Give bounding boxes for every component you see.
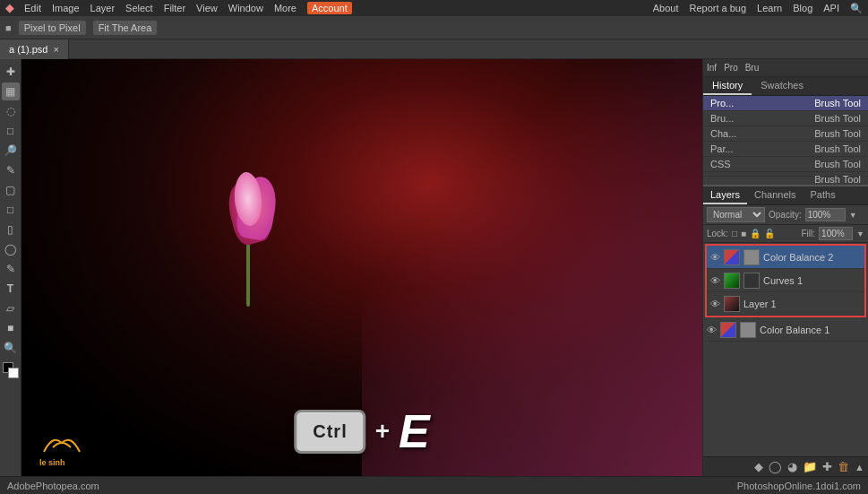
lock-image-icon[interactable]: ■ (741, 229, 746, 238)
menu-window[interactable]: Window (228, 3, 263, 13)
hand-tool-icon[interactable]: ■ (2, 319, 20, 337)
layer-item-curves-1[interactable]: 👁 Curves 1 (707, 269, 864, 292)
tab-layers[interactable]: Layers (703, 186, 747, 204)
crop-tool-icon[interactable]: □ (2, 122, 20, 140)
history-list: Pro... Brush Tool Bru... Brush Tool Cha.… (703, 96, 868, 177)
plus-symbol: + (375, 417, 390, 446)
fill-input[interactable] (819, 227, 853, 240)
menu-about[interactable]: About (653, 3, 679, 14)
layers-panel-tabs: Layers Channels Paths (703, 186, 868, 205)
history-item[interactable]: CSS Brush Tool (703, 157, 868, 172)
tab-channels[interactable]: Channels (747, 186, 803, 204)
fit-area-btn[interactable]: Fit The Area (93, 21, 158, 35)
brush-tool-icon[interactable]: ✎ (2, 161, 20, 179)
text-tool-icon[interactable]: T (2, 280, 20, 298)
foreground-color[interactable] (3, 362, 19, 378)
toolbar-bar: ■ Pixel to Pixel Fit The Area (0, 16, 868, 39)
layer-thumbnail-color-balance-2 (724, 249, 740, 265)
menu-filter[interactable]: Filter (164, 3, 185, 13)
tab-history[interactable]: History (703, 77, 752, 95)
eraser-tool-icon[interactable]: □ (2, 201, 20, 219)
app-logo: ◆ (5, 2, 13, 14)
new-layer-icon[interactable]: ✚ (822, 460, 832, 473)
layer-visibility-icon[interactable]: 👁 (710, 299, 720, 309)
layer-item-color-balance-1[interactable]: 👁 Color Balance 1 (703, 318, 868, 342)
panel-icons-row: Inf Pro Bru (703, 59, 868, 77)
zoom-tool-icon[interactable]: 🔍 (2, 339, 20, 357)
history-item[interactable]: Par... Brush Tool (703, 142, 868, 157)
layer-name-layer-1: Layer 1 (743, 299, 861, 309)
menu-more[interactable]: More (274, 3, 296, 13)
lock-row: Lock: □ ■ 🔒 🔓 Fill: ▼ (703, 225, 868, 243)
layers-panel: Layers Channels Paths Normal Opacity: ▼ … (703, 185, 868, 476)
move-tool-icon[interactable]: ✚ (2, 63, 20, 81)
fill-dropdown-icon[interactable]: ▼ (856, 230, 864, 238)
search-icon[interactable]: 🔍 (850, 3, 863, 14)
tab-paths[interactable]: Paths (804, 186, 843, 204)
delete-layer-icon[interactable]: 🗑 (838, 460, 849, 473)
history-item[interactable]: Brush Tool (703, 172, 868, 177)
select-tool-icon[interactable]: ▦ (2, 82, 20, 100)
menu-left: ◆ Edit Image Layer Select Filter View Wi… (5, 2, 352, 14)
menu-blog[interactable]: Blog (793, 3, 812, 14)
watermark-text: le sinh (39, 458, 84, 467)
menu-api[interactable]: API (823, 3, 839, 14)
opacity-label: Opacity: (769, 210, 802, 220)
panel-scroll-up-icon[interactable]: ▲ (855, 462, 864, 472)
tab-file[interactable]: a (1).psd × (0, 39, 69, 59)
history-item-label: Pro... (710, 98, 734, 108)
lock-position-icon[interactable]: 🔒 (750, 229, 761, 238)
layer-mask-curves-1 (743, 273, 760, 289)
watermark: le sinh (39, 429, 84, 467)
add-layer-style-icon[interactable]: ◆ (754, 460, 763, 473)
pixel-to-pixel-btn[interactable]: Pixel to Pixel (19, 21, 86, 35)
menu-image[interactable]: Image (52, 3, 80, 13)
layer-visibility-icon[interactable]: 👁 (710, 252, 720, 263)
history-panel-tabs: History Swatches (703, 77, 868, 96)
menu-view[interactable]: View (196, 3, 218, 13)
layers-bottom-bar: ◆ ◯ ◕ 📁 ✚ 🗑 ▲ (703, 456, 868, 476)
layer-thumbnail-layer-1 (724, 296, 740, 312)
menu-edit[interactable]: Edit (24, 3, 41, 13)
history-item-label: Par... (710, 143, 734, 154)
menu-report[interactable]: Report a bug (689, 3, 746, 14)
add-mask-icon[interactable]: ◯ (769, 460, 782, 473)
history-item[interactable]: Cha... Brush Tool (703, 126, 868, 142)
shape-tool-icon[interactable]: ▱ (2, 299, 20, 317)
dodge-tool-icon[interactable]: ◯ (2, 240, 20, 258)
layer-thumbnail-curves-1 (724, 273, 740, 289)
lasso-tool-icon[interactable]: ◌ (2, 102, 20, 120)
menu-learn[interactable]: Learn (757, 3, 782, 14)
lock-all-icon[interactable]: 🔓 (764, 229, 775, 238)
opacity-input[interactable] (805, 208, 846, 221)
layer-visibility-icon[interactable]: 👁 (710, 275, 720, 286)
gradient-tool-icon[interactable]: ▯ (2, 221, 20, 238)
history-item-action: Brush Tool (814, 113, 861, 124)
menu-account[interactable]: Account (307, 2, 352, 14)
blend-mode-select[interactable]: Normal (707, 207, 765, 222)
layers-controls: Normal Opacity: ▼ (703, 205, 868, 225)
layer-item-color-balance-2[interactable]: 👁 Color Balance 2 (707, 246, 864, 269)
menu-right: About Report a bug Learn Blog API 🔍 (653, 3, 863, 14)
new-group-icon[interactable]: 📁 (803, 460, 817, 473)
tab-swatches[interactable]: Swatches (752, 77, 812, 95)
eyedropper-tool-icon[interactable]: 🔎 (2, 142, 20, 160)
pen-tool-icon[interactable]: ✎ (2, 260, 20, 278)
history-item-action: Brush Tool (814, 128, 861, 139)
history-item-action: Brush Tool (814, 143, 861, 154)
lock-transparency-icon[interactable]: □ (732, 229, 737, 238)
inf-icon: Inf (707, 63, 717, 73)
new-adjustment-icon[interactable]: ◕ (787, 460, 797, 473)
history-item[interactable]: Pro... Brush Tool (703, 96, 868, 111)
history-item[interactable]: Bru... Brush Tool (703, 111, 868, 126)
layer-visibility-icon[interactable]: 👁 (707, 325, 717, 335)
menu-layer[interactable]: Layer (90, 3, 116, 13)
lock-label: Lock: (707, 229, 728, 238)
layer-item-layer-1[interactable]: 👁 Layer 1 (707, 292, 864, 316)
opacity-dropdown-icon[interactable]: ▼ (849, 211, 857, 220)
tab-close-btn[interactable]: × (53, 44, 58, 55)
menu-select[interactable]: Select (125, 3, 153, 13)
status-right: PhotoshopOnline.1doi1.com (737, 481, 861, 491)
layer-mask-color-balance-2 (743, 249, 760, 265)
stamp-tool-icon[interactable]: ▢ (2, 181, 20, 199)
